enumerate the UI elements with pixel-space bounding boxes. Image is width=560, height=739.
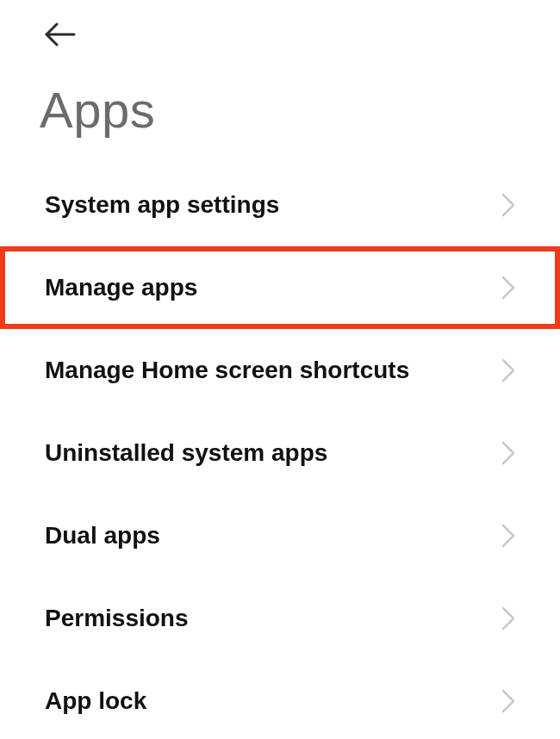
row-label: Manage apps [45,274,197,301]
apps-settings-screen: Apps System app settings Manage apps Man… [0,0,560,739]
back-arrow-icon [43,22,76,51]
chevron-right-icon [501,524,515,548]
chevron-right-icon [501,276,515,300]
chevron-right-icon [501,441,515,465]
settings-list: System app settings Manage apps Manage H… [0,164,560,739]
row-manage-apps[interactable]: Manage apps [0,246,560,329]
row-manage-home-screen-shortcuts[interactable]: Manage Home screen shortcuts [0,329,560,412]
row-label: Uninstalled system apps [45,439,327,467]
row-uninstalled-system-apps[interactable]: Uninstalled system apps [0,412,560,494]
row-dual-apps[interactable]: Dual apps [0,494,560,577]
row-label: System app settings [45,191,279,219]
row-system-app-settings[interactable]: System app settings [0,164,560,246]
row-permissions[interactable]: Permissions [0,577,560,660]
chevron-right-icon [501,606,515,630]
page-title: Apps [40,81,155,139]
row-label: Dual apps [45,522,160,550]
row-label: Manage Home screen shortcuts [45,357,409,384]
chevron-right-icon [501,193,515,217]
chevron-right-icon [501,358,515,382]
row-app-lock[interactable]: App lock [0,660,560,739]
chevron-right-icon [501,689,515,713]
row-label: Permissions [45,605,189,632]
back-button[interactable] [43,19,84,53]
row-label: App lock [45,687,146,715]
